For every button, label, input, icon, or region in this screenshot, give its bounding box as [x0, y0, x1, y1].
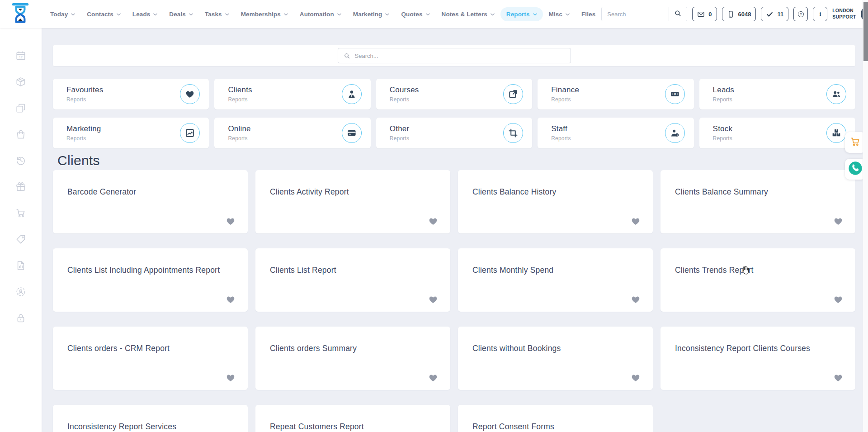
category-subtitle: Reports: [390, 135, 410, 142]
chartline-icon: [180, 123, 200, 143]
report-title: Clients orders Summary: [270, 343, 432, 354]
favourite-heart-icon[interactable]: [630, 373, 641, 383]
favourite-heart-icon[interactable]: [428, 294, 439, 304]
report-card-clients-without-bookings[interactable]: Clients without Bookings: [458, 327, 653, 390]
tasks-button[interactable]: 11: [761, 7, 788, 21]
search-button[interactable]: [669, 7, 687, 21]
app-logo-icon[interactable]: [10, 2, 31, 26]
category-card-staff[interactable]: StaffReports: [538, 118, 693, 148]
favourite-heart-icon[interactable]: [630, 294, 641, 304]
reports-search-input[interactable]: [355, 52, 565, 59]
category-card-other[interactable]: OtherReports: [376, 118, 532, 148]
category-grid: FavouritesReportsClientsReportsCoursesRe…: [53, 79, 855, 148]
category-text: OnlineReports: [228, 124, 250, 142]
report-card-report-consent-forms[interactable]: Report Consent Forms: [458, 405, 653, 432]
report-grid: Barcode GeneratorClients Activity Report…: [53, 170, 855, 432]
nav-item-label: Files: [581, 11, 595, 18]
nav-item-label: Leads: [132, 11, 151, 18]
report-card-clients-balance-summary[interactable]: Clients Balance Summary: [660, 170, 855, 233]
report-title: Clients Activity Report: [270, 186, 432, 197]
help-button[interactable]: ?: [793, 7, 808, 21]
nav-item-reports[interactable]: Reports: [500, 7, 543, 21]
sidebar-item-bag[interactable]: [15, 129, 26, 140]
report-card-clients-trends-report[interactable]: Clients Trends Report: [660, 248, 855, 312]
category-card-finance[interactable]: FinanceReports0: [538, 79, 693, 109]
report-card-inconsistency-report-clients-courses[interactable]: Inconsistency Report Clients Courses: [660, 327, 855, 390]
category-card-marketing[interactable]: MarketingReports: [53, 118, 209, 148]
sidebar-item-copy[interactable]: [15, 103, 26, 114]
chevron-down-icon: [533, 13, 537, 16]
report-title: Clients Trends Report: [675, 265, 837, 275]
search-input[interactable]: [602, 7, 669, 21]
topbar: TodayContactsLeadsDealsTasksMembershipsA…: [0, 0, 863, 28]
topbar-right: 0 6048 11 ? i LONDON SUPPORT: [601, 5, 868, 23]
category-title: Favourites: [66, 85, 103, 95]
category-title: Staff: [551, 124, 571, 133]
category-card-courses[interactable]: CoursesReports: [376, 79, 532, 109]
nav-item-automation[interactable]: Automation: [294, 7, 347, 21]
nav-item-label: Notes & Letters: [442, 11, 487, 18]
sidebar-item-account[interactable]: [15, 286, 26, 297]
favourite-heart-icon[interactable]: [225, 216, 236, 226]
favourite-heart-icon[interactable]: [833, 216, 844, 226]
nav-item-memberships[interactable]: Memberships: [235, 7, 294, 21]
report-card-clients-balance-history[interactable]: Clients Balance History: [458, 170, 653, 233]
category-subtitle: Reports: [713, 135, 733, 142]
nav-item-deals[interactable]: Deals: [163, 7, 199, 21]
report-card-clients-orders-summary[interactable]: Clients orders Summary: [255, 327, 450, 390]
favourite-heart-icon[interactable]: [428, 216, 439, 226]
chevron-down-icon: [153, 13, 157, 16]
report-card-clients-list-report[interactable]: Clients List Report: [255, 248, 450, 312]
favourite-heart-icon[interactable]: [833, 294, 844, 304]
bag-icon: [15, 133, 26, 141]
nav-item-misc[interactable]: Misc: [543, 7, 576, 21]
report-card-clients-monthly-spend[interactable]: Clients Monthly Spend: [458, 248, 653, 312]
nav-item-leads[interactable]: Leads: [127, 7, 164, 21]
sidebar-item-lock[interactable]: [15, 313, 26, 323]
favourite-heart-icon[interactable]: [225, 294, 236, 304]
calls-button[interactable]: 6048: [722, 7, 756, 21]
favourite-heart-icon[interactable]: [630, 216, 641, 226]
nav-item-tasks[interactable]: Tasks: [199, 7, 235, 21]
category-card-favourites[interactable]: FavouritesReports: [53, 79, 209, 109]
scrollbar-thumb[interactable]: [863, 2, 868, 61]
whatsapp-icon: [848, 161, 863, 177]
sidebar-item-package[interactable]: [15, 76, 26, 87]
category-card-leads[interactable]: LeadsReports: [699, 79, 855, 109]
report-card-clients-orders-crm-report[interactable]: Clients orders - CRM Report: [53, 327, 248, 390]
nav-item-contacts[interactable]: Contacts: [81, 7, 127, 21]
category-card-clients[interactable]: ClientsReports: [214, 79, 370, 109]
report-title: Repeat Customers Report: [270, 421, 432, 432]
report-card-repeat-customers-report[interactable]: Repeat Customers Report: [255, 405, 450, 432]
sidebar-item-cart[interactable]: [15, 208, 26, 218]
sidebar-item-history[interactable]: [15, 155, 26, 166]
report-card-barcode-generator[interactable]: Barcode Generator: [53, 170, 248, 233]
tag-icon: [15, 238, 26, 246]
sidebar-item-report[interactable]: [15, 260, 26, 271]
main-content: FavouritesReportsClientsReportsCoursesRe…: [42, 28, 863, 432]
sidebar-item-tag[interactable]: [15, 234, 26, 245]
category-card-online[interactable]: OnlineReports: [214, 118, 370, 148]
report-card-clients-activity-report[interactable]: Clients Activity Report: [255, 170, 450, 233]
favourite-heart-icon[interactable]: [225, 373, 236, 383]
user-name-line2: SUPPORT: [832, 14, 856, 20]
nav-item-files[interactable]: Files: [576, 7, 601, 21]
nav-item-label: Today: [50, 11, 68, 18]
nav-item-quotes[interactable]: Quotes: [395, 7, 435, 21]
report-card-clients-list-including-appointments-report[interactable]: Clients List Including Appointments Repo…: [53, 248, 248, 312]
sidebar-item-gift[interactable]: [15, 181, 26, 192]
persontie-icon: [342, 84, 362, 104]
info-button[interactable]: i: [813, 7, 827, 21]
messages-button[interactable]: 0: [692, 7, 717, 21]
category-card-stock[interactable]: StockReports: [699, 118, 855, 148]
nav-item-marketing[interactable]: Marketing: [347, 7, 396, 21]
report-title: Clients List Including Appointments Repo…: [67, 265, 230, 275]
favourite-heart-icon[interactable]: [833, 373, 844, 383]
report-card-inconsistency-report-services[interactable]: Inconsistency Report Services: [53, 405, 248, 432]
sidebar-item-calendar[interactable]: 12: [15, 50, 26, 61]
user-name-line1: LONDON: [832, 8, 856, 14]
calendar-icon: 12: [15, 55, 26, 62]
nav-item-notes-letters[interactable]: Notes & Letters: [436, 7, 500, 21]
favourite-heart-icon[interactable]: [428, 373, 439, 383]
nav-item-today[interactable]: Today: [44, 7, 81, 21]
